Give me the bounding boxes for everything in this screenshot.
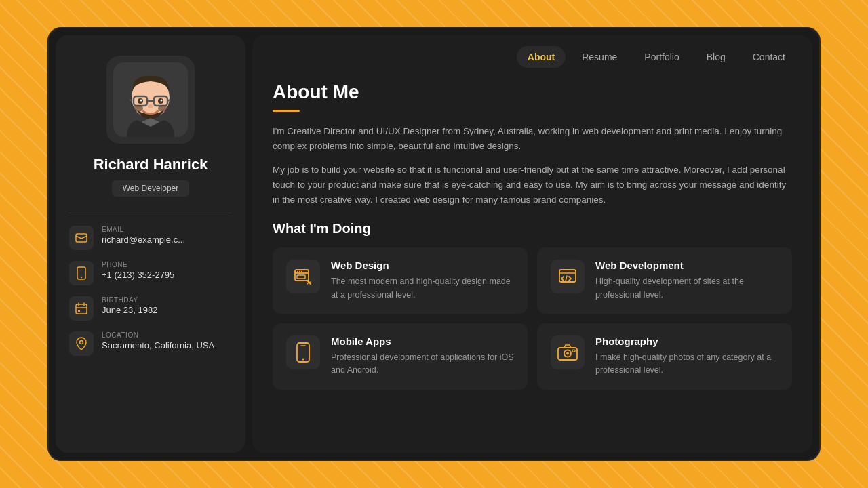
web-dev-title: Web Development (595, 260, 778, 271)
phone-value: +1 (213) 352-2795 (102, 270, 174, 280)
phone-icon (69, 261, 94, 285)
contact-birthday: BIRTHDAY June 23, 1982 (69, 296, 232, 321)
user-badge: Web Developer (112, 180, 190, 197)
main-card: Richard Hanrick Web Developer EMAIL rich… (47, 27, 821, 461)
web-dev-icon (551, 260, 585, 293)
mobile-title: Mobile Apps (331, 336, 514, 347)
services-title: What I'm Doing (273, 221, 792, 237)
web-dev-desc: High-quality development of sites at the… (595, 275, 778, 302)
sidebar: Richard Hanrick Web Developer EMAIL rich… (56, 35, 245, 453)
birthday-label: BIRTHDAY (102, 296, 157, 304)
svg-point-11 (148, 104, 153, 108)
svg-point-16 (81, 277, 82, 278)
svg-point-9 (140, 100, 142, 102)
svg-rect-21 (78, 310, 80, 312)
service-mobile: Mobile Apps Professional development of … (273, 323, 528, 390)
nav-resume[interactable]: Resume (571, 46, 628, 68)
about-title: About Me (273, 81, 792, 103)
svg-rect-28 (297, 275, 305, 279)
calendar-icon (69, 296, 94, 321)
mobile-info: Mobile Apps Professional development of … (331, 336, 514, 378)
birthday-info: BIRTHDAY June 23, 1982 (102, 296, 157, 315)
email-value: richard@example.c... (102, 235, 185, 245)
birthday-value: June 23, 1982 (102, 305, 157, 315)
photo-info: Photography I make high-quality photos o… (595, 336, 778, 378)
services-grid: Web Design The most modern and high-qual… (273, 247, 792, 390)
service-photo: Photography I make high-quality photos o… (537, 323, 792, 390)
nav-portfolio[interactable]: Portfolio (633, 46, 690, 68)
web-design-icon (286, 260, 320, 293)
svg-point-12 (134, 105, 143, 112)
content-area: About Me I'm Creative Director and UI/UX… (252, 68, 812, 453)
photo-icon (551, 336, 585, 369)
location-label: LOCATION (102, 331, 214, 339)
location-value: Sacramento, California, USA (102, 340, 214, 350)
main-panel: About Resume Portfolio Blog Contact Abou… (252, 35, 812, 453)
web-design-desc: The most modern and high-quality design … (331, 275, 514, 302)
navigation: About Resume Portfolio Blog Contact (252, 35, 812, 68)
mobile-desc: Professional development of applications… (331, 351, 514, 378)
web-design-info: Web Design The most modern and high-qual… (331, 260, 514, 302)
svg-rect-32 (559, 270, 576, 282)
email-icon (69, 226, 94, 250)
web-dev-info: Web Development High-quality development… (595, 260, 778, 302)
phone-label: PHONE (102, 261, 174, 268)
svg-rect-41 (572, 350, 575, 352)
contact-phone: PHONE +1 (213) 352-2795 (69, 261, 232, 285)
svg-point-10 (161, 100, 163, 102)
photo-desc: I make high-quality photos of any catego… (595, 351, 778, 378)
svg-line-34 (566, 276, 567, 281)
contact-email: EMAIL richard@example.c... (69, 226, 232, 250)
svg-rect-17 (76, 304, 87, 314)
service-web-design: Web Design The most modern and high-qual… (273, 247, 528, 314)
sidebar-divider (69, 213, 232, 214)
mobile-icon (286, 336, 320, 369)
svg-point-22 (80, 341, 83, 344)
contact-location: LOCATION Sacramento, California, USA (69, 331, 232, 356)
about-paragraph-1: I'm Creative Director and UI/UX Designer… (273, 124, 792, 155)
location-info: LOCATION Sacramento, California, USA (102, 331, 214, 350)
about-paragraph-2: My job is to build your website so that … (273, 163, 792, 208)
nav-about[interactable]: About (517, 46, 566, 68)
avatar (113, 62, 188, 137)
svg-rect-14 (76, 234, 87, 242)
email-info: EMAIL richard@example.c... (102, 226, 185, 245)
phone-info: PHONE +1 (213) 352-2795 (102, 261, 174, 280)
location-icon (69, 331, 94, 356)
email-label: EMAIL (102, 226, 185, 233)
user-name: Richard Hanrick (94, 156, 208, 174)
avatar-wrapper (106, 56, 195, 144)
svg-point-13 (158, 105, 167, 112)
photo-title: Photography (595, 336, 778, 347)
nav-contact[interactable]: Contact (742, 46, 796, 68)
svg-line-31 (309, 282, 311, 283)
title-underline (273, 110, 300, 112)
service-web-dev: Web Development High-quality development… (537, 247, 792, 314)
contact-list: EMAIL richard@example.c... PHONE +1 (213… (69, 226, 232, 356)
svg-point-40 (566, 352, 569, 355)
web-design-title: Web Design (331, 260, 514, 271)
svg-point-36 (302, 359, 304, 361)
nav-blog[interactable]: Blog (696, 46, 736, 68)
